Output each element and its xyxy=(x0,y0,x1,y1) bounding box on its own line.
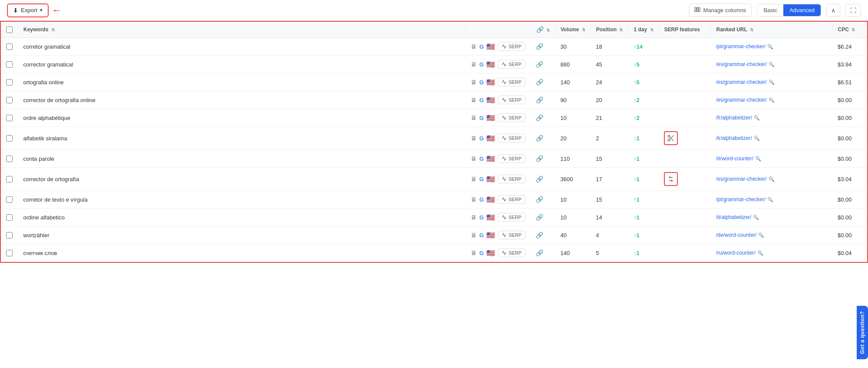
row-volume: 880 xyxy=(555,56,591,73)
ranked-url-link[interactable]: /es/grammar-checker/ 🔍 xyxy=(716,97,827,103)
header-volume[interactable]: Volume ⇅ xyxy=(555,22,591,38)
row-change: ↑2 xyxy=(628,109,659,127)
ranked-url-link[interactable]: /tr/alphabetizer/ 🔍 xyxy=(716,135,827,141)
chain-link-icon: 🔗 xyxy=(536,43,543,50)
serp-button[interactable]: SERP xyxy=(498,42,525,51)
row-cpc: $3.04 xyxy=(832,168,867,191)
ranked-url-link[interactable]: /es/grammar-checker/ 🔍 xyxy=(716,79,827,85)
row-checkbox[interactable] xyxy=(6,250,13,256)
cpc-value: $0.00 xyxy=(838,97,852,103)
ranked-url-link[interactable]: /pt/grammar-checker/ 🔍 xyxy=(716,43,827,50)
row-keyword: corrector de ortografía xyxy=(18,168,466,191)
flag-icon: 🇺🇸 xyxy=(486,175,495,183)
search-icon: 🔍 xyxy=(767,197,773,202)
serp-button[interactable]: SERP xyxy=(498,195,525,204)
url-text: /de/word-counter/ xyxy=(716,232,756,238)
row-keyword: corrector de ortografia online xyxy=(18,91,466,109)
serp-button[interactable]: SERP xyxy=(498,134,525,143)
row-checkbox[interactable] xyxy=(6,196,13,203)
expand-button[interactable]: ⛶ xyxy=(845,4,861,17)
row-keyword: corretor de texto e vírgula xyxy=(18,191,466,209)
row-position: 4 xyxy=(591,226,628,244)
serp-button[interactable]: SERP xyxy=(498,249,525,257)
search-icon: 🔍 xyxy=(758,232,764,238)
url-text: /it/word-counter/ xyxy=(716,156,753,162)
table-row: corrector de ortografía 🖥 G 🇺🇸 SERP 🔗 36… xyxy=(1,168,867,191)
row-ranked-url: /es/grammar-checker/ 🔍 xyxy=(711,91,832,109)
position-value: 15 xyxy=(596,196,602,203)
manage-columns-button[interactable]: Manage columns xyxy=(689,3,752,17)
header-keyword[interactable]: Keywords ⇅ xyxy=(18,22,466,38)
row-action-icons: 🖥 G 🇺🇸 SERP xyxy=(465,244,531,262)
chain-link-icon: 🔗 xyxy=(536,114,543,121)
ranked-url-link[interactable]: /ru/word-counter/ 🔍 xyxy=(716,250,827,256)
row-volume: 30 xyxy=(555,38,591,56)
serp-button[interactable]: SERP xyxy=(498,231,525,239)
link-col-icon: 🔗 xyxy=(536,26,544,33)
serp-button[interactable]: SERP xyxy=(498,60,525,69)
row-action-icons: 🖥 G 🇺🇸 SERP xyxy=(465,168,531,191)
serp-button[interactable]: SERP xyxy=(498,154,525,163)
collapse-button[interactable]: ∧ xyxy=(826,4,840,17)
desktop-icon: 🖥 xyxy=(471,155,477,162)
ranked-url-link[interactable]: /fr/alphabetizer/ 🔍 xyxy=(716,115,827,121)
header-cpc[interactable]: CPC ⇅ xyxy=(832,22,867,38)
volume-value: 40 xyxy=(560,232,566,239)
table-row: corrector de ortografia online 🖥 G 🇺🇸 SE… xyxy=(1,91,867,109)
change-value: ↑5 xyxy=(634,61,640,68)
serp-button[interactable]: SERP xyxy=(498,175,525,183)
row-checkbox[interactable] xyxy=(6,97,13,103)
url-text: /fr/alphabetizer/ xyxy=(716,115,752,121)
ranked-url-link[interactable]: /de/word-counter/ 🔍 xyxy=(716,232,827,238)
serp-button[interactable]: SERP xyxy=(498,96,525,104)
ranked-url-link[interactable]: /es/grammar-checker/ 🔍 xyxy=(716,61,827,67)
row-checkbox[interactable] xyxy=(6,156,13,162)
row-change: ↑1 xyxy=(628,209,659,226)
advanced-view-button[interactable]: Advanced xyxy=(783,4,821,16)
row-checkbox[interactable] xyxy=(6,135,13,142)
header-ranked-url[interactable]: Ranked URL ⇅ xyxy=(711,22,832,38)
sort-icon-cpc: ⇅ xyxy=(851,27,855,32)
flag-icon: 🇺🇸 xyxy=(486,213,495,222)
serp-button[interactable]: SERP xyxy=(498,213,525,222)
search-icon: 🔍 xyxy=(757,250,763,256)
header-position[interactable]: Position ⇅ xyxy=(591,22,628,38)
position-value: 4 xyxy=(596,232,599,239)
row-checkbox[interactable] xyxy=(6,79,13,86)
row-change: ↑1 xyxy=(628,127,659,150)
desktop-icon: 🖥 xyxy=(471,196,477,203)
row-volume: 110 xyxy=(555,150,591,168)
header-1day[interactable]: 1 day ⇅ xyxy=(628,22,659,38)
row-checkbox-cell xyxy=(1,209,18,226)
ranked-url-link[interactable]: /es/grammar-checker/ 🔍 xyxy=(716,176,827,182)
serp-button[interactable]: SERP xyxy=(498,113,525,122)
flag-icon: 🇺🇸 xyxy=(486,78,495,86)
table-row: corretor gramatical 🖥 G 🇺🇸 SERP 🔗 30 18 … xyxy=(1,38,867,56)
change-value: ↑1 xyxy=(634,176,640,182)
header-link: 🔗 ⇅ xyxy=(531,22,555,38)
ranked-url-link[interactable]: /it/alphabetizer/ 🔍 xyxy=(716,214,827,220)
row-ranked-url: /tr/alphabetizer/ 🔍 xyxy=(711,127,832,150)
basic-view-button[interactable]: Basic xyxy=(757,4,783,16)
google-icon: G xyxy=(479,61,484,68)
row-volume: 10 xyxy=(555,209,591,226)
serp-button[interactable]: SERP xyxy=(498,78,525,86)
row-checkbox[interactable] xyxy=(6,61,13,68)
keyword-text: conta parole xyxy=(23,156,55,162)
row-checkbox[interactable] xyxy=(6,232,13,239)
row-checkbox[interactable] xyxy=(6,115,13,121)
export-button[interactable]: ⬇ Export ▾ xyxy=(7,3,49,17)
row-checkbox[interactable] xyxy=(6,176,13,182)
cpc-value: $0.00 xyxy=(838,196,852,203)
row-ranked-url: /de/word-counter/ 🔍 xyxy=(711,226,832,244)
ranked-url-link[interactable]: /it/word-counter/ 🔍 xyxy=(716,156,827,162)
row-checkbox[interactable] xyxy=(6,43,13,50)
volume-value: 10 xyxy=(560,196,566,203)
select-all-checkbox[interactable] xyxy=(6,27,13,33)
change-value: ↑1 xyxy=(634,214,640,221)
ranked-url-link[interactable]: /pt/grammar-checker/ 🔍 xyxy=(716,196,827,202)
row-checkbox[interactable] xyxy=(6,214,13,221)
row-link-cell: 🔗 xyxy=(531,191,555,209)
view-toggle: Basic Advanced xyxy=(757,4,821,17)
volume-value: 90 xyxy=(560,97,566,103)
